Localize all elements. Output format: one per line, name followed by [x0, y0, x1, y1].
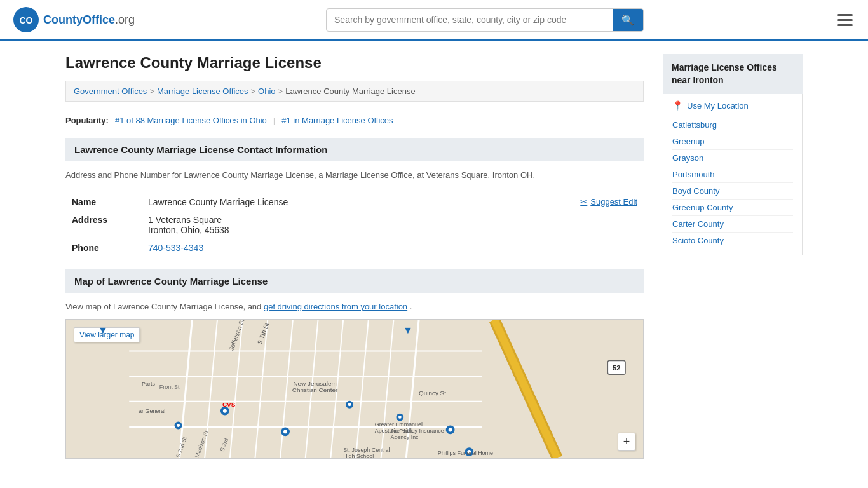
map-nav-arrow: ▼ — [98, 325, 108, 336]
svg-text:St. Joseph Central: St. Joseph Central — [343, 447, 390, 453]
address-label: Address — [65, 211, 142, 239]
sidebar: Marriage License Offices near Ironton 📍 … — [663, 54, 803, 459]
search-bar: 🔍 — [326, 8, 644, 32]
svg-text:Agency Inc: Agency Inc — [390, 434, 419, 440]
sidebar-link-2[interactable]: Grayson — [672, 150, 793, 166]
table-row-phone: Phone 740-533-4343 — [65, 239, 644, 257]
sidebar-link-1[interactable]: Greenup — [672, 133, 793, 150]
menu-line-1 — [837, 14, 853, 16]
map-section-header: Map of Lawrence County Marriage License — [65, 269, 644, 293]
svg-point-28 — [223, 409, 227, 413]
contact-section-header: Lawrence County Marriage License Contact… — [65, 138, 644, 161]
main-container: Lawrence County Marriage License Governm… — [53, 41, 815, 471]
name-label: Name — [65, 193, 142, 211]
contact-description: Address and Phone Number for Lawrence Co… — [65, 169, 644, 182]
menu-button[interactable] — [835, 11, 855, 29]
breadcrumb-sep-1: > — [149, 86, 154, 96]
address-value: 1 Veterans Square Ironton, Ohio, 45638 — [142, 211, 644, 239]
logo-icon: CO — [13, 6, 39, 33]
sidebar-content: 📍 Use My Location CatlettsburgGreenupGra… — [663, 94, 803, 255]
name-value: Lawrence County Marriage License ✂ Sugge… — [142, 193, 644, 211]
use-my-location-link[interactable]: 📍 Use My Location — [672, 100, 793, 111]
breadcrumb-sep-3: > — [278, 86, 283, 96]
sidebar-link-5[interactable]: Greenup County — [672, 200, 793, 216]
svg-rect-2 — [129, 320, 580, 458]
breadcrumb-current: Lawrence County Marriage License — [285, 86, 416, 96]
popularity-divider: | — [273, 116, 275, 125]
sidebar-link-7[interactable]: Scioto County — [672, 233, 793, 248]
svg-text:Front St: Front St — [159, 384, 180, 390]
breadcrumb-link-ohio[interactable]: Ohio — [258, 86, 275, 96]
svg-text:Phillips Funeral Home: Phillips Funeral Home — [438, 450, 493, 456]
driving-directions-link[interactable]: get driving directions from your locatio… — [264, 302, 407, 311]
svg-text:High School: High School — [343, 453, 374, 458]
contact-table: Name Lawrence County Marriage License ✂ … — [65, 193, 644, 257]
sidebar-link-6[interactable]: Carter County — [672, 216, 793, 233]
svg-text:Parts: Parts — [142, 381, 155, 387]
phone-link[interactable]: 740-533-4343 — [148, 243, 203, 253]
search-icon: 🔍 — [621, 15, 634, 25]
svg-text:Christian Center: Christian Center — [292, 386, 338, 393]
breadcrumb-link-mlo[interactable]: Marriage License Offices — [157, 86, 248, 96]
svg-text:CO: CO — [20, 15, 33, 25]
header: CO CountyOffice.org 🔍 — [0, 0, 868, 41]
svg-text:Joe Hurley Insurance: Joe Hurley Insurance — [390, 428, 444, 434]
table-row-name: Name Lawrence County Marriage License ✂ … — [65, 193, 644, 211]
table-row-address: Address 1 Veterans Square Ironton, Ohio,… — [65, 211, 644, 239]
svg-text:Greater Emmanuel: Greater Emmanuel — [375, 421, 423, 428]
sidebar-header: Marriage License Offices near Ironton — [663, 54, 803, 94]
phone-label: Phone — [65, 239, 142, 257]
menu-line-3 — [837, 24, 853, 26]
svg-text:Quincy St: Quincy St — [419, 390, 446, 396]
breadcrumb-sep-2: > — [251, 86, 256, 96]
search-button[interactable]: 🔍 — [613, 9, 643, 31]
popularity-rank1: #1 of 88 Marriage License Offices in Ohi… — [115, 116, 267, 125]
menu-line-2 — [837, 19, 853, 21]
map-description: View map of Lawrence County Marriage Lic… — [65, 301, 644, 313]
phone-value: 740-533-4343 — [142, 239, 644, 257]
svg-point-32 — [449, 428, 452, 431]
page-title: Lawrence County Marriage License — [65, 54, 644, 72]
sidebar-links: CatlettsburgGreenupGraysonPortsmouthBoyd… — [672, 117, 793, 248]
sidebar-link-0[interactable]: Catlettsburg — [672, 117, 793, 133]
svg-text:52: 52 — [613, 364, 620, 372]
sidebar-link-3[interactable]: Portsmouth — [672, 166, 793, 183]
svg-text:CVS: CVS — [222, 401, 236, 408]
popularity-rank2: #1 in Marriage License Offices — [281, 116, 393, 125]
search-input[interactable] — [327, 10, 613, 30]
popularity-bar: Popularity: #1 of 88 Marriage License Of… — [65, 111, 644, 135]
logo-text: CountyOffice.org — [43, 13, 135, 27]
logo-area: CO CountyOffice.org — [13, 6, 135, 33]
svg-text:ar General: ar General — [139, 408, 165, 414]
popularity-label: Popularity: — [65, 116, 109, 125]
breadcrumb-link-gov[interactable]: Government Offices — [74, 86, 147, 96]
breadcrumb: Government Offices > Marriage License Of… — [65, 81, 644, 102]
map-container: 52 New Jerusalem Christian Center — [65, 319, 644, 459]
content: Lawrence County Marriage License Governm… — [65, 54, 644, 459]
edit-icon: ✂ — [580, 197, 587, 207]
sidebar-link-4[interactable]: Boyd County — [672, 183, 793, 200]
svg-point-24 — [348, 403, 351, 406]
svg-point-30 — [177, 424, 180, 427]
svg-point-22 — [283, 430, 287, 433]
location-pin-icon: 📍 — [672, 100, 683, 111]
map-zoom-plus-button[interactable]: + — [618, 433, 635, 451]
svg-point-26 — [398, 416, 402, 419]
suggest-edit-button[interactable]: ✂ Suggest Edit — [580, 197, 637, 207]
map-svg: 52 New Jerusalem Christian Center — [66, 320, 643, 458]
map-nav-arrow-2: ▼ — [403, 325, 413, 336]
